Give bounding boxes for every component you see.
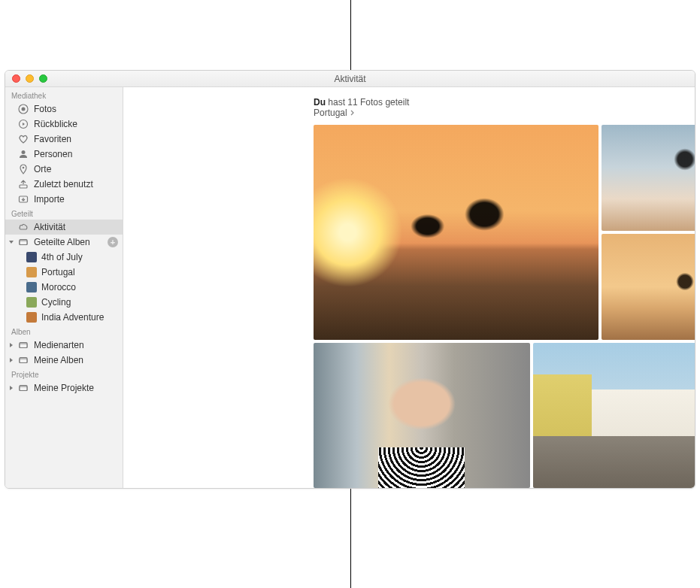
- sidebar-item-imports[interactable]: Importe: [5, 192, 123, 207]
- sidebar-item-recent[interactable]: Zuletzt benutzt: [5, 177, 123, 192]
- sidebar-item-label: Medienarten: [34, 340, 84, 350]
- chevron-right-icon: [350, 108, 356, 118]
- cloud-icon: [17, 221, 29, 233]
- sidebar-item-my-albums[interactable]: Meine Alben: [5, 353, 123, 368]
- activity-summary-rest: hast 11 Fotos geteilt: [326, 97, 409, 108]
- sidebar-item-my-projects[interactable]: Meine Projekte: [5, 380, 123, 396]
- disclosure-triangle-icon[interactable]: [8, 238, 15, 246]
- sidebar-item-label: Morocco: [41, 282, 76, 292]
- sidebar-item-label: Personen: [34, 149, 72, 159]
- close-button[interactable]: [12, 74, 20, 83]
- svg-rect-13: [20, 344, 27, 348]
- people-icon: [17, 148, 29, 160]
- activity-summary-text: Du hast 11 Fotos geteilt: [314, 97, 409, 108]
- sidebar-item-label: Portugal: [41, 267, 75, 277]
- album-thumbnail-icon: [26, 252, 37, 262]
- sidebar-item-label: India Adventure: [41, 312, 104, 323]
- sidebar: Mediathek Fotos Rückblicke Favoriten: [5, 87, 123, 488]
- maximize-button[interactable]: [39, 74, 47, 83]
- sidebar-item-photos[interactable]: Fotos: [5, 102, 123, 117]
- sidebar-item-media-types[interactable]: Medienarten: [5, 338, 123, 353]
- svg-marker-3: [23, 123, 25, 126]
- folder-icon: [17, 339, 29, 351]
- sidebar-item-album-india-adventure[interactable]: India Adventure: [5, 310, 123, 325]
- sidebar-item-label: Geteilte Alben: [34, 237, 90, 247]
- titlebar: Aktivität: [5, 71, 695, 87]
- sidebar-item-label: Fotos: [34, 104, 56, 114]
- memories-icon: [17, 118, 29, 130]
- main-content: Du hast 11 Fotos geteilt Portugal: [123, 87, 695, 488]
- section-header-alben: Alben: [5, 325, 123, 338]
- sidebar-item-label: Favoriten: [34, 134, 71, 144]
- sidebar-item-label: 4th of July: [41, 252, 83, 262]
- svg-rect-16: [20, 359, 27, 363]
- photos-icon: [17, 103, 29, 115]
- add-album-button[interactable]: +: [108, 237, 118, 247]
- svg-point-4: [22, 150, 26, 154]
- activity-user: Du: [314, 97, 326, 108]
- sidebar-item-album-morocco[interactable]: Morocco: [5, 280, 123, 295]
- sidebar-item-label: Orte: [34, 164, 51, 174]
- photo-thumbnail[interactable]: [314, 125, 598, 340]
- sidebar-item-places[interactable]: Orte: [5, 162, 123, 177]
- svg-marker-17: [10, 386, 13, 390]
- section-header-geteilt: Geteilt: [5, 207, 123, 220]
- svg-marker-11: [10, 343, 13, 347]
- folder-icon: [17, 382, 29, 394]
- album-thumbnail-icon: [26, 282, 37, 292]
- photo-thumbnail[interactable]: [533, 343, 695, 488]
- svg-rect-10: [20, 241, 27, 245]
- activity-header: Du hast 11 Fotos geteilt Portugal: [123, 87, 409, 124]
- traffic-lights: [5, 74, 47, 83]
- svg-marker-8: [9, 241, 14, 244]
- svg-point-1: [22, 108, 26, 111]
- callout-line-top: [350, 0, 351, 70]
- sidebar-item-memories[interactable]: Rückblicke: [5, 117, 123, 132]
- sidebar-item-label: Meine Alben: [34, 355, 83, 365]
- photo-thumbnail[interactable]: [602, 125, 695, 231]
- folder-icon: [17, 236, 29, 248]
- sidebar-item-favorites[interactable]: Favoriten: [5, 132, 123, 147]
- sidebar-item-label: Importe: [34, 194, 65, 205]
- svg-rect-19: [20, 386, 27, 391]
- sidebar-item-label: Aktivität: [34, 222, 65, 232]
- sidebar-item-label: Cycling: [41, 297, 71, 308]
- activity-album-name: Portugal: [314, 108, 347, 118]
- import-icon: [17, 193, 29, 205]
- app-window: Aktivität Mediathek Fotos Rückblicke: [5, 70, 695, 489]
- album-thumbnail-icon: [26, 297, 37, 308]
- photo-grid: [314, 125, 695, 488]
- album-thumbnail-icon: [26, 312, 37, 323]
- sidebar-item-album-portugal[interactable]: Portugal: [5, 265, 123, 280]
- window-title: Aktivität: [334, 74, 365, 84]
- folder-icon: [17, 354, 29, 366]
- recent-icon: [17, 178, 29, 190]
- sidebar-item-album-cycling[interactable]: Cycling: [5, 295, 123, 310]
- sidebar-item-people[interactable]: Personen: [5, 147, 123, 162]
- heart-icon: [17, 133, 29, 145]
- album-thumbnail-icon: [26, 267, 37, 277]
- sidebar-item-activity[interactable]: Aktivität: [5, 220, 123, 235]
- photo-thumbnail[interactable]: [314, 343, 530, 488]
- disclosure-triangle-icon[interactable]: [8, 341, 15, 349]
- activity-album-link[interactable]: Portugal: [314, 108, 356, 118]
- places-icon: [17, 163, 29, 175]
- disclosure-triangle-icon[interactable]: [8, 356, 15, 364]
- disclosure-triangle-icon[interactable]: [8, 384, 15, 392]
- svg-marker-14: [10, 358, 13, 362]
- sidebar-item-shared-albums[interactable]: Geteilte Alben +: [5, 235, 123, 250]
- sidebar-item-label: Zuletzt benutzt: [34, 179, 93, 189]
- section-header-projekte: Projekte: [5, 368, 123, 380]
- svg-rect-6: [20, 185, 27, 188]
- sidebar-item-label: Rückblicke: [34, 119, 77, 129]
- sidebar-item-label: Meine Projekte: [34, 383, 94, 393]
- minimize-button[interactable]: [26, 74, 34, 83]
- sidebar-item-album-4th-of-july[interactable]: 4th of July: [5, 250, 123, 265]
- svg-point-5: [23, 167, 25, 169]
- photo-thumbnail[interactable]: [602, 234, 695, 340]
- section-header-mediathek: Mediathek: [5, 89, 123, 102]
